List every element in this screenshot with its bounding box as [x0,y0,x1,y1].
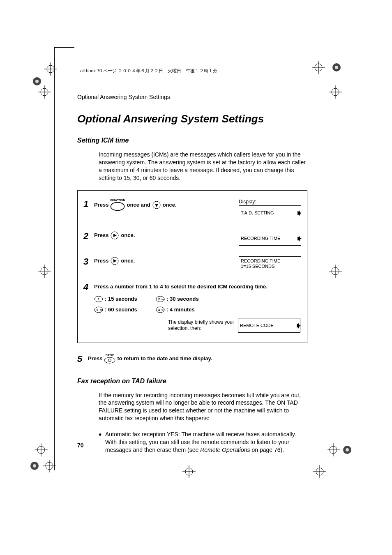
svg-point-4 [35,80,39,83]
running-head: Optional Answering System Settings [77,94,307,100]
step-1: 1 Press FUNCTION once and once. [83,195,301,224]
svg-text:GHI: GHI [161,309,164,311]
crop-mark-right-2 [327,263,344,279]
crop-mark-right-3 [327,442,352,458]
steps-box: 1 Press FUNCTION once and once. [77,190,307,343]
right-arrow-key-icon [110,231,119,240]
svg-line-61 [108,359,111,362]
step-number: 2 [83,231,94,241]
section1-paragraph: Incoming messages (ICMs) are the message… [99,151,307,182]
key-4-icon: 4GHI [156,306,165,313]
function-key-icon: FUNCTION [110,199,125,211]
stop-key-icon: STOP [104,354,115,364]
section2-heading: Fax reception on TAD failure [77,378,307,385]
bullet-text-post: on page 76). [250,447,284,453]
step-number: 5 [77,354,88,364]
right-tri-icon: ▶ [297,210,302,215]
svg-point-12 [335,66,338,69]
header-bookline: all.book 70 ページ ２００４年６月２２日 火曜日 午後１２時１分 [80,68,217,74]
bullet-icon: ♦ [99,431,105,454]
section1-heading: Setting ICM time [77,137,307,144]
crop-mark-right-1 [327,84,344,100]
svg-text:4: 4 [158,308,160,312]
svg-text:1: 1 [98,297,100,301]
svg-marker-43 [155,204,158,207]
step-4: 4 Press a number from 1 to 4 to select t… [83,275,301,337]
svg-point-34 [33,464,36,467]
step5-press: Press [88,355,102,362]
down-arrow-key-icon [152,200,161,210]
step-2: 2 Press once. RECORDING TIME [83,224,301,250]
step1-once: once. [163,202,177,208]
display-label: Display: [239,199,301,205]
svg-text:ABC: ABC [161,298,165,300]
svg-text:3: 3 [97,308,99,312]
step1-once-and: once and [127,202,150,208]
svg-marker-45 [113,234,117,237]
crop-mark-left-1 [36,84,53,100]
svg-text:DEF: DEF [100,309,103,311]
page-number: 70 [77,442,84,449]
option-30s: 2ABC : 30 seconds [156,296,226,302]
crop-mark-bottom-right [311,463,328,480]
right-arrow-key-icon [110,256,119,265]
display-recording-time: RECORDING TIME ▶ [239,231,301,246]
svg-point-29 [346,448,349,451]
option-4min: 4GHI : 4 minutes [156,306,226,313]
section2-paragraph: If the memory for recording incoming mes… [99,391,307,423]
right-tri-icon: ▶ [297,235,302,241]
step-3: 3 Press once. RECORDING TIME 1=15 SECOND… [83,250,301,275]
step3-press: Press [94,258,108,264]
option-60s: 3DEF : 60 seconds [94,306,156,313]
left-margin-rule [54,47,55,470]
crop-mark-bottom-center [181,463,197,480]
option-15s: 1 : 15 seconds [94,296,156,302]
display-tad-setting: T.A.D. SETTING ▶ [239,205,301,220]
step2-once: once. [121,232,135,238]
bullet-ref: Remote Operations [200,447,250,453]
step3-once: once. [121,258,135,264]
crop-mark-top-left [32,62,57,86]
step5-rest: to return to the date and time display. [117,355,212,362]
crop-mark-left-2 [36,263,53,279]
svg-text:2: 2 [158,297,160,301]
step4-note: The display briefly shows your selection… [168,319,238,331]
key-3-icon: 3DEF [94,306,103,313]
step-number: 3 [83,256,94,266]
step4-instruction: Press a number from 1 to 4 to select the… [94,283,267,290]
svg-point-41 [111,202,125,210]
step2-press: Press [94,232,108,238]
key-1-icon: 1 [94,296,103,302]
crop-mark-top-right [311,60,344,85]
corner-rule-tl [54,47,74,67]
step-number: 1 [83,199,94,209]
crop-mark-left-3 [33,442,49,458]
key-2-icon: 2ABC [156,296,165,302]
step-5: 5 Press STOP to return to the date and t… [77,354,307,364]
section2-bullet: ♦ Automatic fax reception YES: The machi… [99,431,307,454]
display-recording-time-15s: RECORDING TIME 1=15 SECONDS [239,256,301,271]
display-remote-code: REMOTE CODE ▶ [238,318,300,333]
right-tri-icon: ▶ [297,322,301,328]
step-number: 4 [83,282,94,292]
page-title: Optional Answering System Settings [77,113,307,125]
crop-mark-bottom-left [29,460,62,485]
step1-press: Press [94,202,108,208]
svg-marker-47 [113,259,117,263]
header-rule [74,66,337,66]
